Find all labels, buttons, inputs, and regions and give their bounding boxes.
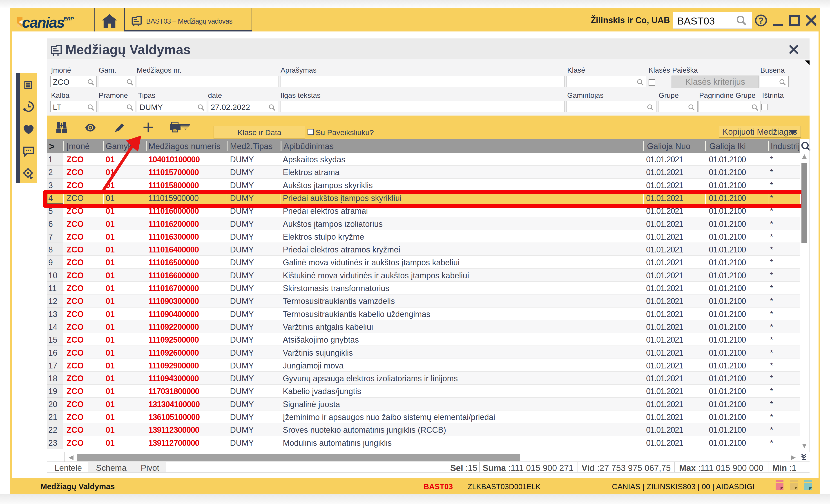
svg-text:?: ? [758,16,763,25]
